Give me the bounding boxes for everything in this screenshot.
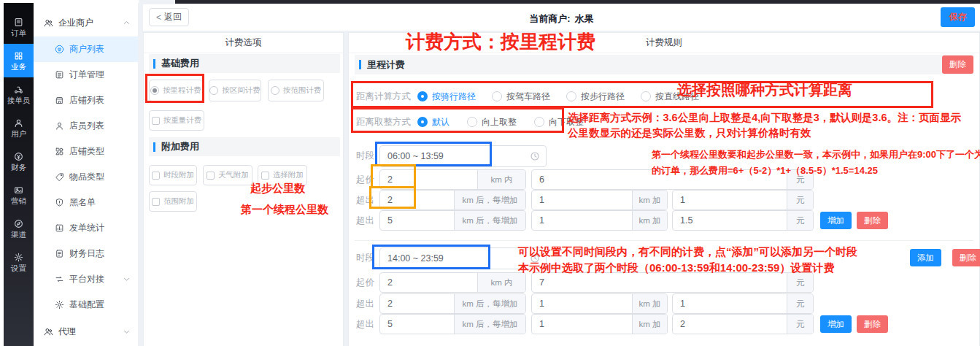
fee-value-input[interactable] xyxy=(532,273,787,292)
extra-checkbox-0[interactable]: 时段附加 xyxy=(149,165,197,185)
fee-value-input[interactable] xyxy=(532,191,632,209)
sidebar-item-platform-connect[interactable]: 平台对接 xyxy=(34,266,138,292)
fee-value-input[interactable] xyxy=(673,191,787,209)
fee-row-label: 超出 xyxy=(356,293,379,314)
sidebar-item-finance[interactable]: 财务 xyxy=(4,145,34,178)
sidebar-item-order[interactable]: 订单 xyxy=(4,10,34,44)
sidebar-item-settings[interactable]: 设置 xyxy=(4,245,34,279)
section-accent-bar xyxy=(153,59,155,69)
sidebar-item-shop-type[interactable]: 店铺类型 xyxy=(34,139,138,164)
sidebar-item-enterprise-merchant[interactable]: 企业商户 xyxy=(34,9,138,36)
sidebar-item-order-manage[interactable]: 订单管理 xyxy=(34,62,138,88)
sidebar-item-blacklist[interactable]: 黑名单 xyxy=(34,190,138,215)
fee-value-input[interactable] xyxy=(673,315,787,334)
basic-radio-2[interactable]: 按范围计费 xyxy=(268,80,324,101)
radio-option-0[interactable]: 按骑行路径 xyxy=(417,91,476,103)
fee-value-input[interactable] xyxy=(532,170,787,189)
fee-row: 超出km 后，每增加km 加元增加删除 xyxy=(356,314,888,334)
fee-unit-suffix: 元 xyxy=(787,170,813,189)
fee-value-input[interactable] xyxy=(380,211,454,230)
primary-sidebar: 订单业务接单员用户财务营销渠道设置 xyxy=(4,3,34,346)
basic-radio-0[interactable]: 按里程计费 xyxy=(149,80,203,101)
sidebar-item-user[interactable]: 用户 xyxy=(4,111,34,145)
add-timeblock-button[interactable]: 添加 xyxy=(910,249,941,266)
fee-value-input[interactable] xyxy=(532,294,632,313)
extra-checkbox-2[interactable]: 选择附加 xyxy=(258,165,307,185)
sidebar-item-finance-log[interactable]: 财务日志 xyxy=(34,241,138,266)
sidebar-item-marketing[interactable]: 营销 xyxy=(4,178,34,212)
radio-option-0[interactable]: 默认 xyxy=(417,116,450,128)
sidebar-item-channel[interactable]: 渠道 xyxy=(4,212,34,245)
radio-option-1[interactable]: 按驾车路径 xyxy=(492,91,550,103)
time-range-input[interactable] xyxy=(380,248,546,269)
sidebar-item-courier[interactable]: 接单员 xyxy=(4,77,34,111)
back-button[interactable]: < 返回 xyxy=(149,8,189,26)
delete-timeblock-button[interactable]: 删除 xyxy=(952,249,980,266)
sidebar-item-label: 接单员 xyxy=(7,96,31,104)
fee-value-input[interactable] xyxy=(380,191,454,209)
delete-row-button[interactable]: 删除 xyxy=(857,212,888,229)
fee-value-input[interactable] xyxy=(380,294,454,313)
sidebar-item-basic-config[interactable]: 基础配置 xyxy=(34,292,138,318)
radio-option-label: 按骑行路径 xyxy=(432,91,476,103)
fee-unit-suffix: km 后，每增加 xyxy=(454,315,525,334)
people-icon xyxy=(44,327,53,337)
chevron-down-icon xyxy=(123,328,130,335)
fee-input-group: 元 xyxy=(672,210,814,231)
radio-icon xyxy=(417,91,428,101)
chevron-left-icon: < xyxy=(156,12,161,23)
radio-option-label: 按驾车路径 xyxy=(506,91,550,103)
delete-row-button[interactable]: 删除 xyxy=(857,315,888,333)
add-row-button[interactable]: 增加 xyxy=(820,212,852,229)
current-merchant: 当前商户: 水果 xyxy=(529,12,593,26)
fee-unit-suffix: km 后，每增加 xyxy=(454,294,525,313)
sidebar-item-goods-type[interactable]: 物品类型 xyxy=(34,164,138,190)
fee-row: 起价km 内元 xyxy=(356,272,814,293)
block-divider xyxy=(355,240,973,241)
fee-value-input[interactable] xyxy=(380,170,477,189)
sidebar-item-business[interactable]: 业务 xyxy=(4,44,34,77)
radio-option-2[interactable]: 向下取整 xyxy=(534,116,584,128)
menu-item-label: 黑名单 xyxy=(69,196,96,209)
weight-billing-checkbox[interactable]: 按重量计费 xyxy=(149,110,204,131)
radio-option-3[interactable]: 按直线路径 xyxy=(641,91,699,103)
radio-option-2[interactable]: 按步行路径 xyxy=(566,91,625,103)
fee-value-input[interactable] xyxy=(532,211,632,230)
marketing-icon xyxy=(14,185,23,195)
fee-unit-suffix: km 加 xyxy=(632,315,667,334)
page: 订单业务接单员用户财务营销渠道设置 企业商户商户列表订单管理店铺列表店员列表店铺… xyxy=(0,0,980,346)
delete-mileage-rule-button[interactable]: 删除 xyxy=(942,55,973,74)
sidebar-item-label: 营销 xyxy=(11,197,26,205)
time-range-picker[interactable] xyxy=(379,145,547,167)
sidebar-item-shop-list[interactable]: 店铺列表 xyxy=(34,88,138,113)
radio-option-1[interactable]: 向上取整 xyxy=(467,116,517,128)
fee-row-label: 超出 xyxy=(356,314,379,334)
order-icon xyxy=(14,18,23,27)
fee-input-group: 元 xyxy=(672,190,814,210)
radio-option-label: 默认 xyxy=(432,116,450,128)
time-range-picker[interactable] xyxy=(379,247,547,269)
sidebar-item-label: 渠道 xyxy=(11,231,26,239)
basic-config-icon xyxy=(55,300,64,310)
radio-option-label: 按步行路径 xyxy=(581,91,625,103)
finance-log-icon xyxy=(55,249,64,258)
sidebar-item-clerk-list[interactable]: 店员列表 xyxy=(34,113,138,139)
fee-value-input[interactable] xyxy=(532,315,632,334)
extra-checkbox-3[interactable]: 范围附加 xyxy=(149,191,197,212)
fee-value-input[interactable] xyxy=(673,211,787,230)
time-range-input[interactable] xyxy=(380,146,546,166)
basic-radio-1[interactable]: 按区间计费 xyxy=(209,80,261,101)
fee-value-input[interactable] xyxy=(673,294,787,313)
sidebar-item-agent[interactable]: 代理 xyxy=(34,318,138,345)
sidebar-item-dispatch-stats[interactable]: 发单统计 xyxy=(34,215,138,241)
section-accent-bar xyxy=(359,60,361,69)
save-button[interactable]: 保存 xyxy=(941,7,975,27)
fee-value-input[interactable] xyxy=(380,315,454,334)
sidebar-item-label: 订单 xyxy=(11,29,26,37)
sidebar-item-merchant-list[interactable]: 商户列表 xyxy=(34,36,138,62)
add-row-button[interactable]: 增加 xyxy=(820,315,852,333)
fee-value-input[interactable] xyxy=(380,273,477,292)
extra-checkbox-1[interactable]: 天气附加 xyxy=(203,165,252,185)
distance-round-method-row: 距离取整方式默认向上取整向下取整 xyxy=(356,111,584,133)
time-range-label: 时段 xyxy=(356,247,379,268)
